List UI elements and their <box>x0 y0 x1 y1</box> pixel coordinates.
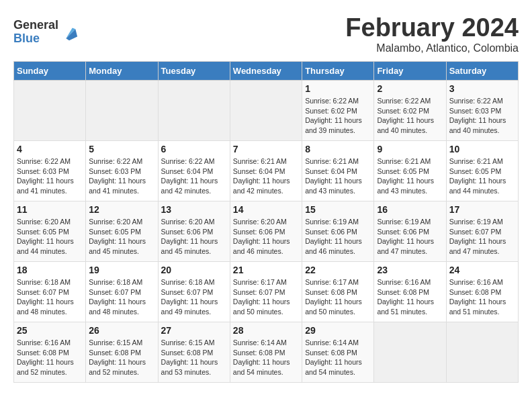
day-number: 11 <box>17 204 83 215</box>
calendar-cell <box>158 81 230 141</box>
day-info: Sunrise: 6:18 AM Sunset: 6:07 PM Dayligh… <box>161 277 227 317</box>
calendar-cell: 20Sunrise: 6:18 AM Sunset: 6:07 PM Dayli… <box>158 262 230 322</box>
day-info: Sunrise: 6:18 AM Sunset: 6:07 PM Dayligh… <box>89 277 154 317</box>
day-info: Sunrise: 6:14 AM Sunset: 6:08 PM Dayligh… <box>233 338 299 377</box>
day-number: 13 <box>161 204 227 215</box>
calendar-week-row: 25Sunrise: 6:16 AM Sunset: 6:08 PM Dayli… <box>14 322 519 383</box>
day-info: Sunrise: 6:20 AM Sunset: 6:05 PM Dayligh… <box>17 217 83 257</box>
day-info: Sunrise: 6:15 AM Sunset: 6:08 PM Dayligh… <box>161 338 227 377</box>
logo-general-text: General <box>13 19 58 32</box>
day-info: Sunrise: 6:19 AM Sunset: 6:06 PM Dayligh… <box>305 217 371 257</box>
day-number: 26 <box>89 325 154 336</box>
calendar-header-row: SundayMondayTuesdayWednesdayThursdayFrid… <box>14 62 519 81</box>
calendar-cell: 15Sunrise: 6:19 AM Sunset: 6:06 PM Dayli… <box>302 201 374 262</box>
day-info: Sunrise: 6:19 AM Sunset: 6:06 PM Dayligh… <box>377 217 443 257</box>
header-sunday: Sunday <box>14 62 86 81</box>
calendar-cell: 26Sunrise: 6:15 AM Sunset: 6:08 PM Dayli… <box>86 322 158 383</box>
day-info: Sunrise: 6:20 AM Sunset: 6:06 PM Dayligh… <box>161 217 227 257</box>
day-number: 5 <box>89 144 154 154</box>
calendar-cell: 22Sunrise: 6:17 AM Sunset: 6:08 PM Dayli… <box>302 262 374 322</box>
header: General Blue February 2024 Malambo, Atla… <box>13 13 519 54</box>
logo-icon <box>60 23 79 42</box>
day-info: Sunrise: 6:20 AM Sunset: 6:05 PM Dayligh… <box>89 217 154 257</box>
calendar-week-row: 1Sunrise: 6:22 AM Sunset: 6:02 PM Daylig… <box>14 81 519 141</box>
day-number: 25 <box>17 325 83 336</box>
day-number: 7 <box>233 144 299 154</box>
day-number: 29 <box>305 325 371 336</box>
day-number: 6 <box>161 144 227 154</box>
calendar-cell <box>14 81 86 141</box>
day-info: Sunrise: 6:14 AM Sunset: 6:08 PM Dayligh… <box>305 338 371 377</box>
day-info: Sunrise: 6:21 AM Sunset: 6:04 PM Dayligh… <box>305 156 371 196</box>
logo-blue-text: Blue <box>13 32 58 46</box>
day-number: 3 <box>449 83 515 94</box>
calendar-cell: 17Sunrise: 6:19 AM Sunset: 6:07 PM Dayli… <box>446 201 518 262</box>
calendar-cell: 12Sunrise: 6:20 AM Sunset: 6:05 PM Dayli… <box>86 201 158 262</box>
day-info: Sunrise: 6:16 AM Sunset: 6:08 PM Dayligh… <box>377 277 443 317</box>
calendar-cell <box>230 81 302 141</box>
calendar-cell <box>374 322 446 383</box>
calendar-cell: 4Sunrise: 6:22 AM Sunset: 6:03 PM Daylig… <box>14 141 86 201</box>
day-info: Sunrise: 6:16 AM Sunset: 6:08 PM Dayligh… <box>17 338 83 377</box>
day-info: Sunrise: 6:18 AM Sunset: 6:07 PM Dayligh… <box>17 277 83 317</box>
day-number: 22 <box>305 265 371 275</box>
header-tuesday: Tuesday <box>158 62 230 81</box>
calendar-cell: 23Sunrise: 6:16 AM Sunset: 6:08 PM Dayli… <box>374 262 446 322</box>
day-info: Sunrise: 6:22 AM Sunset: 6:02 PM Dayligh… <box>305 96 371 136</box>
calendar-cell: 10Sunrise: 6:21 AM Sunset: 6:05 PM Dayli… <box>446 141 518 201</box>
day-info: Sunrise: 6:21 AM Sunset: 6:05 PM Dayligh… <box>449 156 515 196</box>
calendar-cell: 8Sunrise: 6:21 AM Sunset: 6:04 PM Daylig… <box>302 141 374 201</box>
calendar-cell: 13Sunrise: 6:20 AM Sunset: 6:06 PM Dayli… <box>158 201 230 262</box>
calendar-cell: 27Sunrise: 6:15 AM Sunset: 6:08 PM Dayli… <box>158 322 230 383</box>
day-info: Sunrise: 6:22 AM Sunset: 6:03 PM Dayligh… <box>89 156 154 196</box>
calendar-cell: 18Sunrise: 6:18 AM Sunset: 6:07 PM Dayli… <box>14 262 86 322</box>
day-number: 19 <box>89 265 154 275</box>
day-number: 27 <box>161 325 227 336</box>
calendar-week-row: 4Sunrise: 6:22 AM Sunset: 6:03 PM Daylig… <box>14 141 519 201</box>
day-number: 8 <box>305 144 371 154</box>
calendar-cell: 1Sunrise: 6:22 AM Sunset: 6:02 PM Daylig… <box>302 81 374 141</box>
calendar-cell: 29Sunrise: 6:14 AM Sunset: 6:08 PM Dayli… <box>302 322 374 383</box>
day-info: Sunrise: 6:22 AM Sunset: 6:03 PM Dayligh… <box>449 96 515 136</box>
day-info: Sunrise: 6:20 AM Sunset: 6:06 PM Dayligh… <box>233 217 299 257</box>
day-info: Sunrise: 6:17 AM Sunset: 6:08 PM Dayligh… <box>305 277 371 317</box>
header-saturday: Saturday <box>446 62 518 81</box>
day-number: 16 <box>377 204 443 215</box>
calendar-cell: 21Sunrise: 6:17 AM Sunset: 6:07 PM Dayli… <box>230 262 302 322</box>
day-number: 24 <box>449 265 515 275</box>
calendar-cell: 3Sunrise: 6:22 AM Sunset: 6:03 PM Daylig… <box>446 81 518 141</box>
calendar-cell: 2Sunrise: 6:22 AM Sunset: 6:02 PM Daylig… <box>374 81 446 141</box>
calendar-cell: 5Sunrise: 6:22 AM Sunset: 6:03 PM Daylig… <box>86 141 158 201</box>
calendar-cell <box>86 81 158 141</box>
day-info: Sunrise: 6:21 AM Sunset: 6:04 PM Dayligh… <box>233 156 299 196</box>
day-info: Sunrise: 6:21 AM Sunset: 6:05 PM Dayligh… <box>377 156 443 196</box>
calendar-cell: 28Sunrise: 6:14 AM Sunset: 6:08 PM Dayli… <box>230 322 302 383</box>
calendar-cell: 11Sunrise: 6:20 AM Sunset: 6:05 PM Dayli… <box>14 201 86 262</box>
calendar-cell: 16Sunrise: 6:19 AM Sunset: 6:06 PM Dayli… <box>374 201 446 262</box>
calendar-cell: 24Sunrise: 6:16 AM Sunset: 6:08 PM Dayli… <box>446 262 518 322</box>
day-info: Sunrise: 6:17 AM Sunset: 6:07 PM Dayligh… <box>233 277 299 317</box>
day-number: 12 <box>89 204 154 215</box>
day-number: 23 <box>377 265 443 275</box>
calendar-cell: 6Sunrise: 6:22 AM Sunset: 6:04 PM Daylig… <box>158 141 230 201</box>
calendar-cell: 19Sunrise: 6:18 AM Sunset: 6:07 PM Dayli… <box>86 262 158 322</box>
header-monday: Monday <box>86 62 158 81</box>
calendar-week-row: 18Sunrise: 6:18 AM Sunset: 6:07 PM Dayli… <box>14 262 519 322</box>
day-number: 18 <box>17 265 83 275</box>
calendar-cell <box>446 322 518 383</box>
header-thursday: Thursday <box>302 62 374 81</box>
day-info: Sunrise: 6:22 AM Sunset: 6:03 PM Dayligh… <box>17 156 83 196</box>
page-subtitle: Malambo, Atlantico, Colombia <box>345 42 519 54</box>
day-number: 1 <box>305 83 371 94</box>
calendar-cell: 25Sunrise: 6:16 AM Sunset: 6:08 PM Dayli… <box>14 322 86 383</box>
day-info: Sunrise: 6:22 AM Sunset: 6:02 PM Dayligh… <box>377 96 443 136</box>
calendar-week-row: 11Sunrise: 6:20 AM Sunset: 6:05 PM Dayli… <box>14 201 519 262</box>
day-info: Sunrise: 6:22 AM Sunset: 6:04 PM Dayligh… <box>161 156 227 196</box>
calendar-cell: 9Sunrise: 6:21 AM Sunset: 6:05 PM Daylig… <box>374 141 446 201</box>
header-friday: Friday <box>374 62 446 81</box>
calendar-cell: 14Sunrise: 6:20 AM Sunset: 6:06 PM Dayli… <box>230 201 302 262</box>
day-number: 17 <box>449 204 515 215</box>
day-number: 9 <box>377 144 443 154</box>
day-number: 20 <box>161 265 227 275</box>
day-number: 21 <box>233 265 299 275</box>
